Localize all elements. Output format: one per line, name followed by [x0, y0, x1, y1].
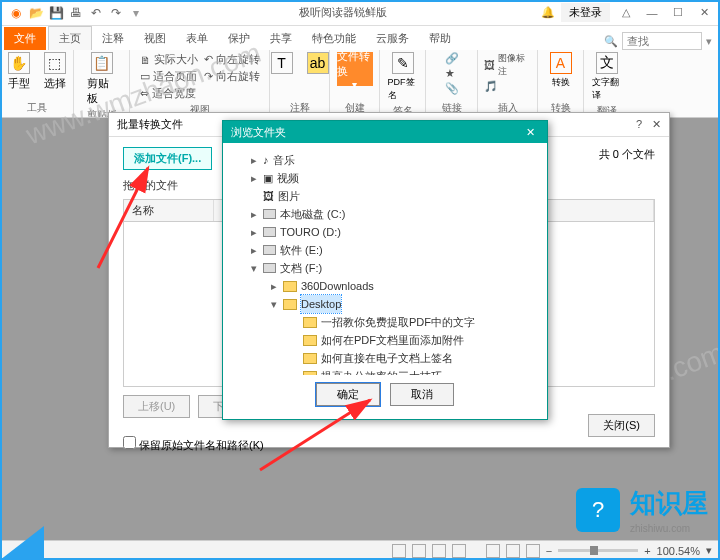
brand-logo-icon: ? — [576, 488, 620, 532]
bookmark-btn[interactable]: ★ — [445, 67, 459, 80]
fit-page[interactable]: ▭ 适合页面 — [140, 69, 198, 84]
tab-home[interactable]: 主页 — [48, 26, 92, 50]
fit-width[interactable]: ⇔ 适合宽度 — [140, 86, 198, 101]
file-count: 共 0 个文件 — [599, 147, 655, 162]
zoom-value: 100.54% — [657, 545, 700, 557]
save-icon[interactable]: 💾 — [48, 5, 64, 21]
typewriter-btn[interactable]: T — [267, 52, 297, 74]
folder-tree[interactable]: ▸♪音乐 ▸▣视频 🖼图片 ▸本地磁盘 (C:) ▸TOURO (D:) ▸软件… — [223, 143, 547, 375]
layout-icon-4[interactable] — [452, 544, 466, 558]
pictures-icon: 🖼 — [263, 187, 274, 205]
file-convert-btn[interactable]: 文件转换▾ — [340, 52, 370, 86]
zoom-out-icon[interactable]: − — [546, 545, 552, 557]
dlg1-close-icon[interactable]: ✕ — [652, 118, 661, 131]
col-name[interactable]: 名称 — [124, 200, 214, 221]
translate-btn[interactable]: 文文字翻译 — [592, 52, 622, 102]
move-up-button[interactable]: 上移(U) — [123, 395, 190, 418]
disk-icon — [263, 263, 276, 273]
disk-icon — [263, 245, 276, 255]
tab-comment[interactable]: 注释 — [92, 27, 134, 50]
tab-file[interactable]: 文件 — [4, 27, 46, 50]
brand-sub: zhishiwu.com — [630, 523, 708, 534]
open-icon[interactable]: 📂 — [28, 5, 44, 21]
layout-icon-3[interactable] — [432, 544, 446, 558]
zoom-in-icon[interactable]: + — [644, 545, 650, 557]
img-annotate-btn[interactable]: 🖼 图像标注 — [484, 52, 531, 78]
tab-view[interactable]: 视图 — [134, 27, 176, 50]
clipboard-btn[interactable]: 📋剪贴板 — [87, 52, 117, 106]
ok-button[interactable]: 确定 — [316, 383, 380, 406]
ribbon-tabs: 文件 主页 注释 视图 表单 保护 共享 特色功能 云服务 帮助 🔍 ▾ — [0, 26, 720, 50]
dlg1-close-button[interactable]: 关闭(S) — [588, 414, 655, 437]
search-icon: 🔍 — [604, 35, 618, 48]
link-btn[interactable]: 🔗 — [445, 52, 459, 65]
tab-cloud[interactable]: 云服务 — [366, 27, 419, 50]
select-tool[interactable]: ⬚选择 — [40, 52, 70, 91]
video-icon: ▣ — [263, 169, 273, 187]
search-dropdown-icon[interactable]: ▾ — [706, 35, 712, 48]
dlg1-help-icon[interactable]: ? — [636, 118, 642, 131]
qat-dropdown-icon[interactable]: ▾ — [128, 5, 144, 21]
notify-icon[interactable]: 🔔 — [541, 6, 555, 19]
undo-icon[interactable]: ↶ — [88, 5, 104, 21]
login-status[interactable]: 未登录 — [561, 3, 610, 22]
zoom-dropdown-icon[interactable]: ▾ — [706, 544, 712, 557]
search-input[interactable] — [622, 32, 702, 50]
layout-icon-2[interactable] — [412, 544, 426, 558]
tab-form[interactable]: 表单 — [176, 27, 218, 50]
layout-icon-1[interactable] — [392, 544, 406, 558]
tab-share[interactable]: 共享 — [260, 27, 302, 50]
redo-icon[interactable]: ↷ — [108, 5, 124, 21]
tab-help[interactable]: 帮助 — [419, 27, 461, 50]
dlg2-close-icon[interactable]: ✕ — [521, 126, 539, 139]
view-icon-1[interactable] — [486, 544, 500, 558]
ribbon-collapse-icon[interactable]: △ — [616, 6, 636, 19]
view-icon-2[interactable] — [506, 544, 520, 558]
tab-special[interactable]: 特色功能 — [302, 27, 366, 50]
selected-folder: Desktop — [301, 295, 341, 313]
print-icon[interactable]: 🖶 — [68, 5, 84, 21]
keep-path-checkbox[interactable] — [123, 436, 136, 449]
convert-big-btn[interactable]: A转换 — [546, 52, 576, 89]
disk-icon — [263, 209, 276, 219]
search-box: 🔍 ▾ — [604, 32, 720, 50]
folder-icon — [283, 299, 297, 310]
dlg2-title: 浏览文件夹 — [231, 125, 286, 140]
folder-icon — [303, 317, 317, 328]
pdf-sign-btn[interactable]: ✎PDF签名 — [388, 52, 418, 102]
browse-folder-dialog: 浏览文件夹 ✕ ▸♪音乐 ▸▣视频 🖼图片 ▸本地磁盘 (C:) ▸TOURO … — [222, 120, 548, 420]
corner-triangle — [0, 526, 44, 560]
close-icon[interactable]: ✕ — [694, 6, 714, 19]
hand-tool[interactable]: ✋手型 — [4, 52, 34, 91]
rotate-right[interactable]: ↷ 向右旋转 — [204, 69, 260, 84]
actual-size[interactable]: 🗎 实际大小 — [140, 52, 198, 67]
brand-name: 知识屋 — [630, 486, 708, 521]
group-tools-label: 工具 — [27, 101, 47, 115]
brand-watermark: ? 知识屋 zhishiwu.com — [576, 486, 708, 534]
music-icon: ♪ — [263, 151, 269, 169]
folder-icon — [303, 353, 317, 364]
tab-protect[interactable]: 保护 — [218, 27, 260, 50]
folder-icon — [303, 335, 317, 346]
keep-path-label: 保留原始文件名和路径(K) — [139, 439, 264, 451]
disk-icon — [263, 227, 276, 237]
statusbar: − + 100.54% ▾ — [0, 540, 720, 560]
maximize-icon[interactable]: ☐ — [668, 6, 688, 19]
minimize-icon[interactable]: — — [642, 7, 662, 19]
view-icon-3[interactable] — [526, 544, 540, 558]
folder-icon — [303, 371, 317, 376]
audio-btn[interactable]: 🎵 — [484, 80, 531, 93]
dlg1-title: 批量转换文件 — [117, 117, 183, 132]
highlight-btn[interactable]: ab — [303, 52, 333, 74]
ribbon: ✋手型 ⬚选择 工具 📋剪贴板 剪贴板 🗎 实际大小 ▭ 适合页面 ⇔ 适合宽度… — [0, 50, 720, 118]
app-icon: ◉ — [8, 5, 24, 21]
folder-icon — [283, 281, 297, 292]
cancel-button[interactable]: 取消 — [390, 383, 454, 406]
quick-access-toolbar: ◉ 📂 💾 🖶 ↶ ↷ ▾ — [0, 5, 144, 21]
titlebar: ◉ 📂 💾 🖶 ↶ ↷ ▾ 极听阅读器锐鲜版 🔔 未登录 △ — ☐ ✕ — [0, 0, 720, 26]
attach-btn[interactable]: 📎 — [445, 82, 459, 95]
rotate-left[interactable]: ↶ 向左旋转 — [204, 52, 260, 67]
zoom-slider[interactable] — [558, 549, 638, 552]
add-file-button[interactable]: 添加文件(F)... — [123, 147, 212, 170]
app-title: 极听阅读器锐鲜版 — [144, 5, 541, 20]
